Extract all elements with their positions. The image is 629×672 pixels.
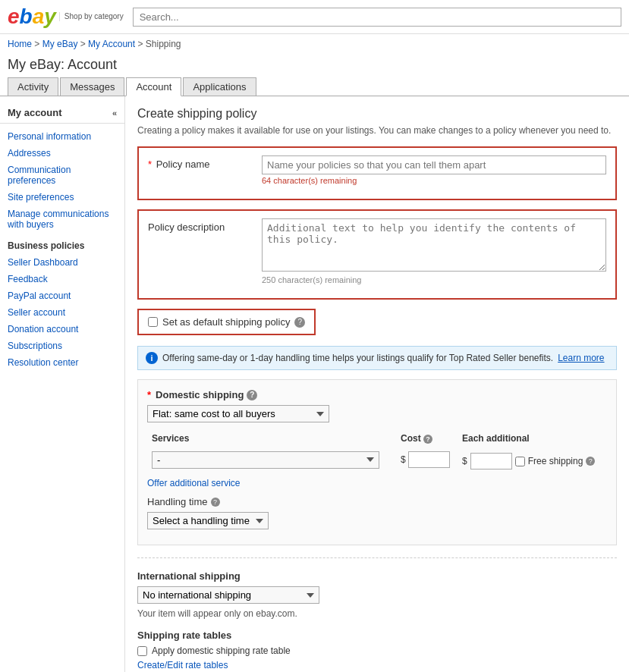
policy-name-input[interactable] — [262, 155, 606, 174]
handling-time-section: Handling time ? Select a handling time S… — [147, 496, 607, 529]
sidebar-item-communication-preferences[interactable]: Communication preferences — [0, 162, 124, 189]
tab-applications[interactable]: Applications — [183, 77, 256, 96]
tab-activity[interactable]: Activity — [8, 77, 58, 96]
shop-by-category[interactable]: Shop by category — [59, 12, 124, 21]
required-star-domestic: * — [147, 389, 151, 400]
learn-more-link[interactable]: Learn more — [558, 353, 604, 363]
sidebar-item-personal-information[interactable]: Personal information — [0, 128, 124, 145]
policy-desc-row: Policy description 250 character(s) rema… — [148, 218, 606, 284]
sidebar-item-subscriptions[interactable]: Subscriptions — [0, 338, 124, 354]
sidebar-item-addresses[interactable]: Addresses — [0, 145, 124, 162]
main-content: Create shipping policy Creating a policy… — [125, 96, 629, 672]
tab-account[interactable]: Account — [126, 77, 181, 96]
intro-text: Creating a policy makes it available for… — [137, 125, 617, 136]
sidebar-item-manage-communications[interactable]: Manage communications with buyers — [0, 206, 124, 233]
breadcrumb: Home > My eBay > My Account > Shipping — [0, 34, 629, 54]
sidebar-item-feedback[interactable]: Feedback — [0, 271, 124, 287]
create-edit-rate-tables-link[interactable]: Create/Edit rate tables — [137, 660, 228, 670]
each-additional-col-header: Each additional — [458, 430, 607, 447]
each-additional-input[interactable] — [470, 453, 512, 469]
services-table: Services Cost ? Each additional - — [147, 430, 607, 473]
info-icon: i — [146, 352, 158, 364]
handling-time-label: Handling time ? — [147, 496, 607, 507]
service-select[interactable]: - — [152, 451, 379, 469]
content-area: My account « Personal information Addres… — [0, 96, 629, 672]
sidebar-item-site-preferences[interactable]: Site preferences — [0, 189, 124, 206]
domestic-shipping-section: * Domestic shipping ? Flat: same cost to… — [137, 379, 617, 545]
sidebar: My account « Personal information Addres… — [0, 96, 125, 672]
cost-cell: $ — [396, 447, 458, 473]
set-default-label: Set as default shipping policy — [162, 316, 290, 328]
policy-desc-input-wrap: 250 character(s) remaining — [262, 218, 606, 284]
free-shipping-label: Free shipping — [528, 456, 583, 466]
policy-name-row: * Policy name 64 character(s) remaining — [148, 155, 606, 185]
page-title-bar: My eBay: Account — [0, 54, 629, 73]
sidebar-item-seller-account[interactable]: Seller account — [0, 304, 124, 321]
intl-shipping-label: International shipping — [137, 570, 617, 582]
policy-name-input-wrap: 64 character(s) remaining — [262, 155, 606, 185]
sidebar-title: My account — [8, 107, 62, 118]
shipping-rate-tables-label: Shipping rate tables — [137, 630, 617, 641]
apply-domestic-rate-row: Apply domestic shipping rate table — [137, 645, 617, 656]
page-title: My eBay: Account — [8, 57, 621, 73]
sidebar-item-seller-dashboard[interactable]: Seller Dashboard — [0, 254, 124, 271]
sidebar-header: My account « — [0, 104, 124, 124]
policy-desc-section: Policy description 250 character(s) rema… — [137, 209, 617, 300]
sidebar-section-business-policies: Business policies — [0, 236, 124, 254]
services-col-header: Services — [147, 430, 396, 447]
search-input[interactable] — [133, 8, 621, 27]
sidebar-item-resolution-center[interactable]: Resolution center — [0, 354, 124, 371]
policy-desc-textarea[interactable] — [262, 218, 606, 272]
info-bar: i Offering same-day or 1-day handling ti… — [137, 346, 617, 370]
each-additional-cell: $ Free shipping ? — [458, 447, 607, 473]
ebay-wordmark: ebay — [8, 5, 56, 29]
offer-additional-service-link[interactable]: Offer additional service — [147, 478, 241, 488]
tabs-bar: Activity Messages Account Applications — [0, 73, 629, 96]
free-shipping-checkbox[interactable] — [515, 457, 525, 466]
apply-domestic-rate-checkbox[interactable] — [137, 646, 147, 656]
cost-col-header: Cost ? — [396, 430, 458, 447]
set-default-checkbox[interactable] — [148, 317, 158, 327]
breadcrumb-shipping: Shipping — [146, 39, 181, 49]
policy-name-label: * Policy name — [148, 155, 254, 170]
domestic-shipping-help-icon[interactable]: ? — [247, 390, 257, 400]
set-default-row: Set as default shipping policy ? — [137, 309, 316, 335]
services-row: - $ $ Free shipping ? — [147, 447, 607, 473]
policy-name-char-count: 64 character(s) remaining — [262, 176, 606, 185]
service-select-cell: - — [147, 447, 396, 473]
sidebar-item-paypal-account[interactable]: PayPal account — [0, 287, 124, 304]
handling-time-select[interactable]: Select a handling time Same day 1 busine… — [147, 512, 269, 529]
domestic-shipping-label: * Domestic shipping ? — [147, 389, 607, 400]
policy-name-section: * Policy name 64 character(s) remaining — [137, 146, 617, 200]
ebay-logo: ebay Shop by category — [8, 5, 124, 29]
required-star-name: * — [148, 159, 152, 170]
shipping-rate-tables-section: Shipping rate tables Apply domestic ship… — [137, 630, 617, 670]
handling-time-help-icon[interactable]: ? — [211, 498, 220, 507]
sidebar-item-donation-account[interactable]: Donation account — [0, 321, 124, 338]
set-default-help-icon[interactable]: ? — [294, 317, 305, 328]
international-shipping-section: International shipping No international … — [137, 570, 617, 619]
apply-domestic-rate-label: Apply domestic shipping rate table — [152, 645, 291, 656]
main-title: Create shipping policy — [137, 107, 617, 121]
breadcrumb-myaccount[interactable]: My Account — [88, 39, 135, 49]
cost-help-icon[interactable]: ? — [423, 435, 432, 444]
free-shipping-help-icon[interactable]: ? — [586, 457, 595, 466]
intl-note: Your item will appear only on ebay.com. — [137, 608, 617, 619]
policy-desc-label: Policy description — [148, 218, 254, 233]
policy-desc-char-count: 250 character(s) remaining — [262, 275, 606, 284]
tab-messages[interactable]: Messages — [60, 77, 124, 96]
info-bar-text: Offering same-day or 1-day handling time… — [162, 353, 553, 363]
breadcrumb-myebay[interactable]: My eBay — [42, 39, 78, 49]
sidebar-collapse-icon[interactable]: « — [112, 108, 117, 118]
intl-shipping-select[interactable]: No international shipping Flat: same cos… — [137, 586, 319, 604]
breadcrumb-home[interactable]: Home — [8, 39, 32, 49]
header: ebay Shop by category — [0, 0, 629, 34]
domestic-shipping-select[interactable]: Flat: same cost to all buyers Calculated… — [147, 405, 329, 422]
cost-input[interactable] — [408, 451, 450, 468]
section-divider — [137, 557, 617, 558]
